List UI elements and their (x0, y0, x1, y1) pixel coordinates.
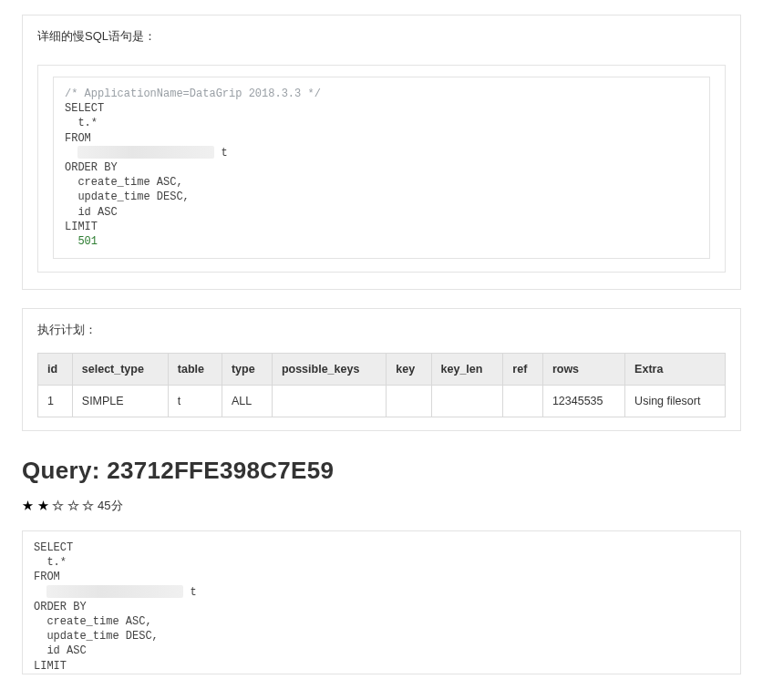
th-table: table (168, 354, 222, 386)
star-empty-icon: ☆ ☆ ☆ (52, 499, 94, 512)
td-table: t (168, 386, 222, 417)
sql-comment: /* ApplicationName=DataGrip 2018.3.3 */ (65, 88, 321, 100)
td-possible-keys (272, 386, 386, 417)
td-type: ALL (222, 386, 272, 417)
kw-select-2: SELECT (34, 541, 73, 554)
sql-cols-2: t.* (34, 556, 67, 569)
order-item-1: update_time DESC, (65, 190, 190, 203)
td-extra: Using filesort (625, 386, 726, 417)
td-select-type: SIMPLE (72, 386, 168, 417)
from-alias: t (214, 147, 227, 160)
code-inner-box: /* ApplicationName=DataGrip 2018.3.3 */ … (53, 77, 710, 259)
kw-limit: LIMIT (65, 221, 98, 233)
th-id: id (38, 354, 73, 386)
th-extra: Extra (625, 354, 726, 386)
rating: ★ ★ ☆ ☆ ☆ 45分 (22, 498, 741, 514)
th-key: key (387, 354, 431, 386)
redacted-table-top (77, 146, 214, 159)
th-ref: ref (503, 354, 543, 386)
td-key (387, 386, 431, 417)
table-row: 1 SIMPLE t ALL 12345535 Using filesort (38, 386, 726, 417)
kw-from: FROM (65, 132, 91, 145)
td-ref (503, 386, 543, 417)
kw-limit-2: LIMIT (34, 660, 67, 673)
kw-from-2: FROM (34, 571, 60, 583)
th-rows: rows (542, 354, 624, 386)
th-key-len: key_len (431, 354, 503, 386)
code-bottom-box: SELECT t.* FROM t ORDER BY create_time A… (22, 530, 741, 674)
code-outer-box: /* ApplicationName=DataGrip 2018.3.3 */ … (37, 65, 726, 273)
redacted-table-bottom (46, 585, 183, 598)
kw-orderby-2: ORDER BY (34, 601, 87, 613)
kw-select: SELECT (65, 102, 104, 115)
order-item-2: id ASC (65, 206, 118, 219)
slow-sql-title: 详细的慢SQL语句是： (37, 28, 726, 45)
order-item-0: create_time ASC, (65, 176, 183, 189)
star-filled-icon: ★ ★ (22, 499, 49, 512)
th-possible-keys: possible_keys (272, 354, 386, 386)
table-header-row: id select_type table type possible_keys … (38, 354, 726, 386)
limit-val: 501 (65, 235, 98, 248)
sql-code-top: /* ApplicationName=DataGrip 2018.3.3 */ … (65, 87, 698, 249)
td-id: 1 (38, 386, 73, 417)
kw-orderby: ORDER BY (65, 161, 118, 174)
order-item-b1: update_time DESC, (34, 630, 159, 643)
th-select-type: select_type (72, 354, 168, 386)
from-alias-2: t (183, 586, 196, 599)
td-rows: 12345535 (542, 386, 624, 417)
order-item-b0: create_time ASC, (34, 615, 152, 628)
sql-code-bottom: SELECT t.* FROM t ORDER BY create_time A… (34, 540, 729, 674)
exec-plan-table: id select_type table type possible_keys … (37, 353, 726, 417)
order-item-b2: id ASC (34, 644, 87, 657)
th-type: type (222, 354, 272, 386)
exec-plan-title: 执行计划： (37, 322, 726, 338)
query-heading: Query: 23712FFE398C7E59 (22, 457, 741, 485)
exec-plan-panel: 执行计划： id select_type table type possible… (22, 308, 741, 431)
sql-cols: t.* (65, 117, 98, 129)
td-key-len (431, 386, 503, 417)
rating-score: 45分 (94, 499, 122, 512)
slow-sql-panel: 详细的慢SQL语句是： /* ApplicationName=DataGrip … (22, 15, 741, 290)
